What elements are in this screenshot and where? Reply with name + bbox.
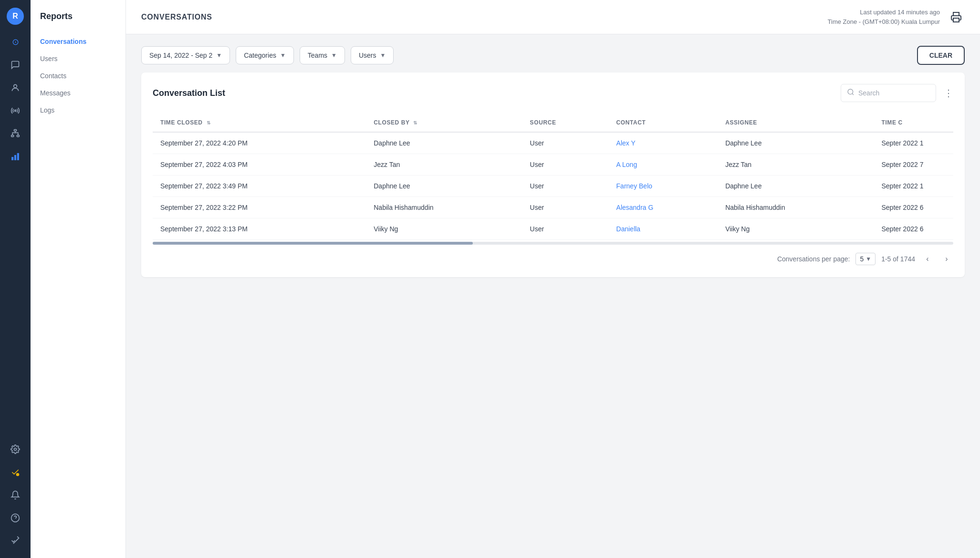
print-button[interactable]	[948, 9, 965, 26]
more-options-icon[interactable]: ⋮	[944, 87, 953, 99]
categories-chevron-icon: ▼	[280, 52, 286, 59]
svg-rect-5	[12, 157, 13, 160]
cell-time-c: Septer 2022 6	[874, 218, 953, 240]
dashboard-icon[interactable]: ⊙	[6, 32, 25, 52]
col-assignee: ASSIGNEE	[718, 114, 874, 132]
badge-icon[interactable]	[6, 463, 25, 482]
cell-assignee: Jezz Tan	[718, 154, 874, 176]
sort-icon: ⇅	[207, 120, 211, 125]
cell-source: User	[522, 132, 609, 154]
hierarchy-icon[interactable]	[6, 124, 25, 143]
table-row: September 27, 2022 4:03 PM Jezz Tan User…	[153, 154, 953, 176]
col-contact: CONTACT	[609, 114, 718, 132]
contact-link[interactable]: Alex Y	[616, 139, 636, 147]
contact-link[interactable]: Daniella	[616, 225, 641, 233]
cell-assignee: Daphne Lee	[718, 132, 874, 154]
cell-closed-by: Viiky Ng	[366, 218, 522, 240]
sidebar: R ⊙	[0, 0, 31, 558]
clear-button[interactable]: CLEAR	[917, 46, 965, 65]
svg-point-13	[848, 89, 853, 94]
cell-contact[interactable]: Alesandra G	[609, 197, 718, 218]
svg-rect-3	[11, 135, 14, 136]
settings-icon[interactable]	[6, 440, 25, 459]
users-chevron-icon: ▼	[380, 52, 386, 59]
sidebar-item-contacts[interactable]: Contacts	[31, 67, 125, 84]
contact-link[interactable]: A Long	[616, 161, 637, 168]
header-right: Last updated 14 minutes ago Time Zone - …	[828, 8, 965, 26]
users-label: Users	[359, 52, 376, 59]
last-updated: Last updated 14 minutes ago	[828, 8, 940, 17]
cell-closed-by: Jezz Tan	[366, 154, 522, 176]
cell-time-c: Septer 2022 1	[874, 132, 953, 154]
contacts-icon[interactable]	[6, 78, 25, 97]
users-filter[interactable]: Users ▼	[351, 46, 394, 64]
help-icon[interactable]	[6, 508, 25, 527]
svg-point-0	[14, 84, 17, 88]
cell-closed-by: Daphne Lee	[366, 132, 522, 154]
table-header-row: TIME CLOSED ⇅ CLOSED BY ⇅ SOURCE CONTACT…	[153, 114, 953, 132]
date-range-value: Sep 14, 2022 - Sep 2	[149, 52, 212, 59]
cell-assignee: Viiky Ng	[718, 218, 874, 240]
date-range-chevron-icon: ▼	[216, 52, 222, 59]
bell-icon[interactable]	[6, 486, 25, 505]
cell-contact[interactable]: Alex Y	[609, 132, 718, 154]
cell-time-closed: September 27, 2022 3:22 PM	[153, 197, 366, 218]
per-page-select[interactable]: 5 ▼	[855, 253, 876, 265]
sidebar-item-users[interactable]: Users	[31, 50, 125, 67]
page-title: CONVERSATIONS	[141, 13, 212, 21]
svg-rect-7	[17, 153, 19, 160]
radio-icon[interactable]	[6, 101, 25, 120]
sidebar-item-logs[interactable]: Logs	[31, 102, 125, 119]
chat-icon[interactable]	[6, 55, 25, 74]
content-area: Sep 14, 2022 - Sep 2 ▼ Categories ▼ Team…	[126, 34, 980, 558]
cell-time-closed: September 27, 2022 3:13 PM	[153, 218, 366, 240]
card-header-actions: Search ⋮	[841, 84, 953, 102]
cell-time-closed: September 27, 2022 4:03 PM	[153, 154, 366, 176]
cell-source: User	[522, 197, 609, 218]
table-row: September 27, 2022 3:49 PM Daphne Lee Us…	[153, 176, 953, 197]
table-row: September 27, 2022 4:20 PM Daphne Lee Us…	[153, 132, 953, 154]
search-box[interactable]: Search	[841, 84, 936, 102]
scroll-thumb	[153, 242, 473, 245]
cell-contact[interactable]: A Long	[609, 154, 718, 176]
cell-source: User	[522, 176, 609, 197]
next-page-button[interactable]: ›	[940, 252, 953, 266]
svg-line-14	[852, 93, 854, 95]
teams-filter[interactable]: Teams ▼	[300, 46, 345, 64]
search-placeholder: Search	[858, 89, 879, 97]
col-time-closed: TIME CLOSED ⇅	[153, 114, 366, 132]
categories-filter[interactable]: Categories ▼	[236, 46, 294, 64]
cell-source: User	[522, 154, 609, 176]
cell-time-c: Septer 2022 1	[874, 176, 953, 197]
svg-rect-4	[17, 135, 19, 136]
svg-rect-12	[953, 18, 959, 22]
cell-assignee: Nabila Hishamuddin	[718, 197, 874, 218]
col-time-c: TIME C	[874, 114, 953, 132]
col-closed-by: CLOSED BY ⇅	[366, 114, 522, 132]
horizontal-scrollbar[interactable]	[153, 242, 953, 245]
timezone: Time Zone - (GMT+08:00) Kuala Lumpur	[828, 17, 940, 27]
sort-icon: ⇅	[413, 120, 417, 125]
cell-contact[interactable]: Daniella	[609, 218, 718, 240]
table-row: September 27, 2022 3:22 PM Nabila Hisham…	[153, 197, 953, 218]
per-page-value: 5	[860, 255, 864, 263]
teams-chevron-icon: ▼	[331, 52, 337, 59]
date-range-filter[interactable]: Sep 14, 2022 - Sep 2 ▼	[141, 46, 230, 64]
table-row: September 27, 2022 3:13 PM Viiky Ng User…	[153, 218, 953, 240]
cell-time-c: Septer 2022 6	[874, 197, 953, 218]
per-page-chevron-icon: ▼	[865, 256, 871, 262]
per-page-label: Conversations per page:	[777, 255, 850, 263]
chart-icon[interactable]	[6, 147, 25, 166]
contact-link[interactable]: Farney Belo	[616, 182, 652, 190]
card-header: Conversation List Search ⋮	[153, 84, 953, 102]
sidebar-item-conversations[interactable]: Conversations	[31, 33, 125, 50]
previous-page-button[interactable]: ‹	[921, 252, 934, 266]
cell-source: User	[522, 218, 609, 240]
double-check-icon[interactable]	[6, 531, 25, 550]
svg-point-8	[14, 448, 17, 451]
cell-contact[interactable]: Farney Belo	[609, 176, 718, 197]
filters-bar: Sep 14, 2022 - Sep 2 ▼ Categories ▼ Team…	[141, 46, 965, 65]
sidebar-item-messages[interactable]: Messages	[31, 84, 125, 102]
cell-time-c: Septer 2022 7	[874, 154, 953, 176]
contact-link[interactable]: Alesandra G	[616, 204, 654, 211]
